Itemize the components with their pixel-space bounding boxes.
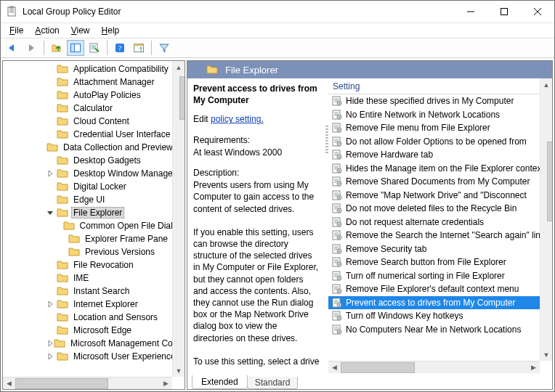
- tree-item[interactable]: Desktop Window Manager: [3, 167, 185, 180]
- scroll-right-icon[interactable]: ▶: [527, 362, 540, 374]
- category-title: File Explorer: [225, 65, 278, 75]
- list-item[interactable]: Hides the Manage item on the File Explor…: [328, 162, 540, 176]
- list-item[interactable]: Turn off numerical sorting in File Explo…: [328, 269, 540, 283]
- chevron-right-icon[interactable]: [46, 340, 54, 347]
- tree-item[interactable]: Edge UI: [3, 193, 185, 206]
- tree-item[interactable]: Desktop Gadgets: [3, 154, 185, 167]
- properties-button[interactable]: [86, 40, 103, 56]
- list-hscroll[interactable]: ◀ ▶: [328, 361, 540, 373]
- tree-item[interactable]: Explorer Frame Pane: [3, 232, 185, 245]
- options-button[interactable]: [130, 40, 147, 56]
- scroll-thumb[interactable]: [547, 142, 552, 221]
- chevron-right-icon[interactable]: [46, 353, 57, 360]
- tree-item[interactable]: Common Open File Dialog: [3, 219, 185, 232]
- svg-point-115: [339, 304, 340, 306]
- folder-icon: [57, 351, 68, 362]
- tree-item[interactable]: Cloud Content: [3, 115, 185, 128]
- scroll-thumb[interactable]: [179, 76, 185, 120]
- list-item[interactable]: Do not move deleted files to the Recycle…: [328, 202, 540, 216]
- tree-item[interactable]: Instant Search: [3, 285, 185, 298]
- menu-help[interactable]: Help: [96, 24, 126, 37]
- tree-item[interactable]: Credential User Interface: [3, 128, 185, 141]
- edit-policy-link[interactable]: policy setting.: [211, 114, 264, 124]
- chevron-right-icon[interactable]: [46, 301, 57, 308]
- list-item[interactable]: Remove Search button from File Explorer: [328, 256, 540, 269]
- list-item[interactable]: Remove Security tab: [328, 242, 540, 256]
- show-tree-button[interactable]: [67, 40, 84, 56]
- tree-item[interactable]: Microsoft User Experience: [3, 350, 185, 363]
- scroll-thumb[interactable]: [15, 378, 108, 389]
- scroll-down-icon[interactable]: ▼: [173, 364, 185, 377]
- list-item[interactable]: Prevent access to drives from My Compute…: [328, 296, 540, 310]
- tree-item[interactable]: Microsoft Management Console: [3, 337, 185, 350]
- folder-icon: [57, 325, 68, 335]
- tree-item[interactable]: Application Compatibility: [3, 62, 185, 75]
- list-item[interactable]: Hide these specified drives in My Comput…: [328, 94, 540, 108]
- list-item[interactable]: Do not request alternate credentials: [328, 216, 540, 229]
- chevron-down-icon[interactable]: [46, 209, 57, 216]
- chevron-right-icon[interactable]: [46, 170, 57, 177]
- menu-file[interactable]: File: [4, 24, 29, 37]
- minimize-button[interactable]: [454, 1, 487, 23]
- toolbar-sep: [107, 41, 108, 55]
- scroll-down-icon[interactable]: ▼: [540, 348, 553, 361]
- svg-point-37: [339, 129, 340, 131]
- policy-icon: [331, 136, 343, 147]
- list-item[interactable]: Remove the Search the Internet "Search a…: [328, 229, 540, 242]
- back-button[interactable]: [4, 40, 21, 56]
- list-vscroll[interactable]: ▲ ▼: [540, 78, 552, 361]
- tree-item[interactable]: File Revocation: [3, 258, 185, 271]
- folder-icon: [68, 247, 80, 257]
- edit-prefix: Edit: [193, 114, 211, 124]
- tree-item-label: Instant Search: [71, 285, 131, 297]
- menu-view[interactable]: View: [65, 24, 96, 37]
- tree-hscroll[interactable]: ◀ ▶: [3, 377, 172, 389]
- scroll-up-icon[interactable]: ▲: [540, 78, 553, 91]
- filter-button[interactable]: [155, 40, 173, 56]
- tab-extended[interactable]: Extended: [192, 375, 248, 389]
- list-item[interactable]: Remove File Explorer's default context m…: [328, 282, 540, 296]
- tab-standard[interactable]: Standard: [247, 377, 299, 389]
- list-item[interactable]: Remove Hardware tab: [328, 148, 540, 162]
- tree-item[interactable]: File Explorer: [3, 206, 185, 219]
- up-button[interactable]: [48, 40, 65, 56]
- list-item[interactable]: Turn off Windows Key hotkeys: [328, 309, 540, 323]
- tree-item[interactable]: Calculator: [3, 102, 185, 115]
- settings-list: Setting Hide these specified drives in M…: [328, 78, 552, 373]
- scroll-thumb[interactable]: [341, 362, 415, 373]
- scroll-left-icon[interactable]: ◀: [328, 362, 341, 374]
- tree-pane: Application CompatibilityAttachment Mana…: [2, 60, 185, 390]
- tree-item-label: Application Compatibility: [71, 63, 171, 75]
- tree-item[interactable]: Attachment Manager: [3, 75, 185, 89]
- scroll-up-icon[interactable]: ▲: [173, 61, 185, 73]
- list-item[interactable]: No Entire Network in Network Locations: [328, 108, 540, 122]
- list-item[interactable]: Remove "Map Network Drive" and "Disconne…: [328, 189, 540, 203]
- tree-item[interactable]: Previous Versions: [3, 245, 185, 258]
- tree-item-label: Common Open File Dialog: [78, 220, 185, 232]
- folder-icon: [57, 273, 68, 283]
- tree-item-label: Edge UI: [71, 194, 107, 205]
- help-button[interactable]: ?: [111, 40, 129, 56]
- tree[interactable]: Application CompatibilityAttachment Mana…: [3, 61, 185, 364]
- list-item[interactable]: Remove Shared Documents from My Computer: [328, 175, 540, 189]
- scroll-left-icon[interactable]: ◀: [3, 377, 15, 390]
- tree-item[interactable]: Data Collection and Preview Builds: [3, 141, 185, 154]
- tree-item-label: Microsoft User Experience: [71, 351, 178, 362]
- tree-item[interactable]: AutoPlay Policies: [3, 89, 185, 102]
- scroll-right-icon[interactable]: ▶: [160, 377, 172, 390]
- maximize-button[interactable]: [487, 1, 521, 23]
- tree-item[interactable]: Location and Sensors: [3, 311, 185, 324]
- list-item[interactable]: No Computers Near Me in Network Location…: [328, 323, 540, 337]
- tree-item[interactable]: Microsoft Edge: [3, 324, 185, 337]
- list-item[interactable]: Do not allow Folder Options to be opened…: [328, 135, 540, 149]
- tree-item[interactable]: Internet Explorer: [3, 298, 185, 311]
- list-header-setting[interactable]: Setting: [328, 78, 552, 94]
- list-body[interactable]: Hide these specified drives in My Comput…: [328, 94, 540, 361]
- tree-item[interactable]: IME: [3, 271, 185, 285]
- forward-button[interactable]: [23, 40, 40, 56]
- close-button[interactable]: [521, 1, 554, 23]
- list-item[interactable]: Remove File menu from File Explorer: [328, 121, 540, 135]
- tree-item[interactable]: Digital Locker: [3, 180, 185, 193]
- menu-action[interactable]: Action: [29, 24, 65, 37]
- tree-vscroll[interactable]: ▲ ▼: [172, 61, 185, 377]
